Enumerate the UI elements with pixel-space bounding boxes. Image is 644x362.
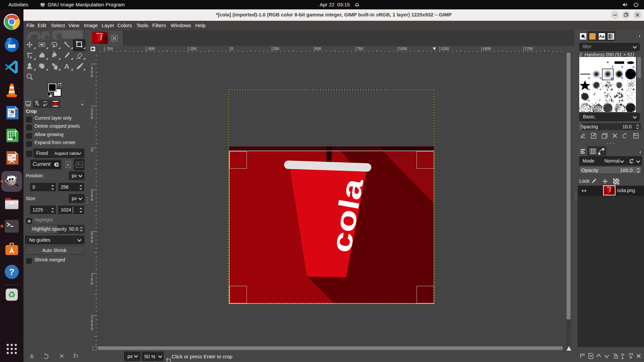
svg-text:0: 0 <box>91 74 93 78</box>
svg-text:-500: -500 <box>147 47 155 51</box>
svg-text:1000: 1000 <box>399 47 407 51</box>
svg-text:0: 0 <box>91 281 93 285</box>
svg-text:-750: -750 <box>105 47 113 51</box>
svg-text:0: 0 <box>91 327 93 331</box>
svg-text:-250: -250 <box>189 47 197 51</box>
svg-text:♻: ♻ <box>8 290 15 300</box>
svg-text:500: 500 <box>315 47 321 51</box>
svg-text:Aa: Aa <box>599 34 605 39</box>
svg-text:250: 250 <box>273 47 279 51</box>
svg-text:1750: 1750 <box>525 47 533 51</box>
svg-text:0: 0 <box>231 47 233 51</box>
svg-text:0: 0 <box>91 148 93 152</box>
svg-text:0: 0 <box>91 239 93 243</box>
svg-text:?: ? <box>9 267 14 277</box>
svg-text:0: 0 <box>91 197 93 201</box>
svg-text:0: 0 <box>91 116 93 120</box>
svg-text:A: A <box>64 62 69 70</box>
svg-text:1250: 1250 <box>441 47 449 51</box>
svg-text:750: 750 <box>357 47 363 51</box>
svg-text:1500: 1500 <box>483 47 491 51</box>
